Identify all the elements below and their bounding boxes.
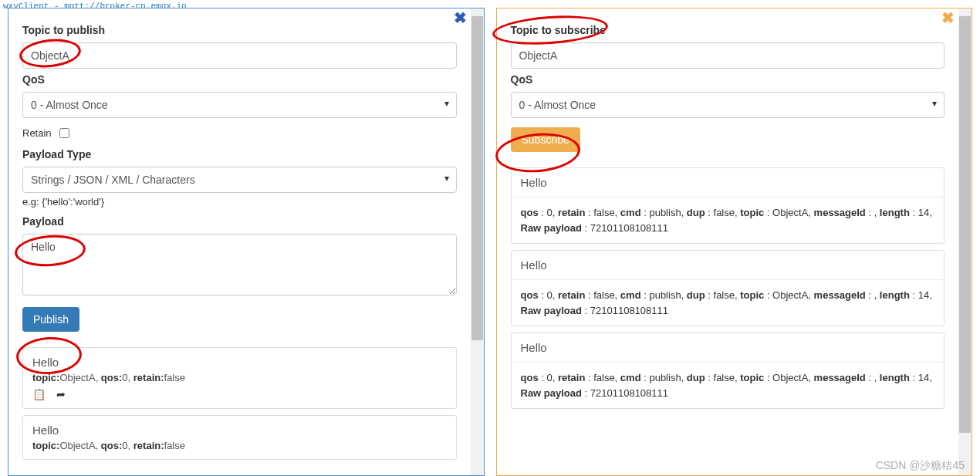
message-meta: topic:ObjectA, qos:0, retain:false bbox=[32, 440, 447, 451]
close-icon[interactable]: ✖ bbox=[454, 10, 467, 25]
subscribe-button[interactable]: Subscribe bbox=[511, 127, 580, 152]
payload-type-hint: e.g: {'hello':'world'} bbox=[22, 196, 457, 208]
publish-panel-body: ✖ Topic to publish QoS 0 - Almost Once R… bbox=[8, 8, 471, 475]
retain-label: Retain bbox=[22, 127, 52, 139]
topic-subscribe-label: Topic to subscribe bbox=[511, 24, 945, 36]
received-message: Helloqos : 0, retain : false, cmd : publ… bbox=[511, 167, 945, 244]
message-detail: qos : 0, retain : false, cmd : publish, … bbox=[512, 280, 945, 326]
qos-select[interactable]: 0 - Almost Once bbox=[22, 92, 457, 118]
watermark: CSDN @沙糖桔45 bbox=[876, 459, 965, 473]
retain-checkbox[interactable] bbox=[59, 128, 69, 138]
message-payload: Hello bbox=[32, 356, 447, 369]
topic-publish-label: Topic to publish bbox=[22, 24, 457, 36]
share-icon[interactable]: ➦ bbox=[56, 388, 66, 400]
scrollbar[interactable] bbox=[471, 8, 484, 475]
topic-publish-input[interactable] bbox=[22, 42, 457, 69]
message-detail: qos : 0, retain : false, cmd : publish, … bbox=[512, 363, 945, 408]
payload-type-label: Payload Type bbox=[22, 148, 457, 160]
qos-label: QoS bbox=[22, 73, 457, 86]
scrollbar-thumb[interactable] bbox=[959, 16, 971, 433]
close-icon[interactable]: ✖ bbox=[941, 10, 955, 25]
qos-label: QoS bbox=[511, 73, 945, 86]
payload-type-select[interactable]: Strings / JSON / XML / Characters bbox=[22, 167, 457, 193]
publish-panel: ✖ Topic to publish QoS 0 - Almost Once R… bbox=[8, 8, 485, 476]
subscribe-panel-body: ✖ Topic to subscribe QoS 0 - Almost Once… bbox=[497, 8, 959, 475]
payload-label: Payload bbox=[22, 215, 457, 228]
received-message: Helloqos : 0, retain : false, cmd : publ… bbox=[511, 333, 945, 409]
qos-select[interactable]: 0 - Almost Once bbox=[511, 92, 945, 118]
message-payload: Hello bbox=[512, 251, 945, 280]
published-message: Hellotopic:ObjectA, qos:0, retain:false📋… bbox=[22, 347, 457, 409]
copy-icon[interactable]: 📋 bbox=[32, 388, 46, 400]
scrollbar[interactable] bbox=[958, 8, 972, 475]
message-meta: topic:ObjectA, qos:0, retain:false bbox=[32, 372, 447, 383]
message-detail: qos : 0, retain : false, cmd : publish, … bbox=[512, 197, 945, 243]
payload-textarea[interactable] bbox=[22, 234, 457, 295]
message-payload: Hello bbox=[512, 333, 945, 363]
message-payload: Hello bbox=[32, 424, 447, 437]
received-message: Helloqos : 0, retain : false, cmd : publ… bbox=[511, 250, 945, 326]
message-payload: Hello bbox=[512, 168, 945, 197]
subscribe-panel: ✖ Topic to subscribe QoS 0 - Almost Once… bbox=[496, 8, 973, 476]
published-message: Hellotopic:ObjectA, qos:0, retain:false bbox=[22, 415, 457, 460]
publish-button[interactable]: Publish bbox=[22, 307, 79, 332]
scrollbar-thumb[interactable] bbox=[471, 16, 483, 340]
topic-subscribe-input[interactable] bbox=[511, 42, 945, 69]
